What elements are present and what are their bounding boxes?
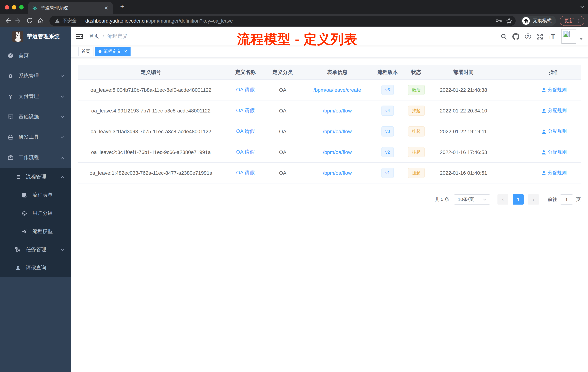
avatar[interactable]: [561, 29, 576, 44]
url-host: dashboard.yudao.iocoder.cn: [85, 18, 147, 23]
favicon-grass-icon: [32, 5, 37, 11]
back-icon[interactable]: [2, 15, 13, 26]
form-link[interactable]: /bpm/oa/flow: [323, 170, 352, 176]
close-window-button[interactable]: [5, 5, 9, 10]
new-tab-button[interactable]: +: [118, 2, 126, 11]
browser-toolbar: 不安全 | dashboard.yudao.iocoder.cn/bpm/man…: [0, 14, 588, 27]
sidebar-logo[interactable]: 芋道管理系统: [0, 27, 71, 45]
definition-name-link[interactable]: OA 请假: [236, 128, 255, 135]
chevron-down-icon: [60, 248, 64, 252]
status-tag: 挂起: [408, 168, 425, 178]
sidebar-item-home[interactable]: 首页: [0, 45, 71, 66]
chevron-up-icon: [60, 175, 64, 179]
github-icon[interactable]: [510, 27, 522, 45]
version-badge: v5: [381, 85, 394, 95]
not-secure-warning-icon: [54, 18, 60, 23]
tag-home[interactable]: 首页: [78, 47, 94, 56]
assign-rule-button[interactable]: 分配规则: [541, 149, 567, 155]
page-content: 定义编号 定义名称 定义分类 表单信息 流程版本 状态 部署时间 操作 oa_l…: [71, 58, 588, 372]
help-icon[interactable]: ?: [522, 27, 534, 45]
form-link[interactable]: /bpm/oa/flow: [323, 108, 352, 114]
sidebar-item-dev-tools[interactable]: 研发工具: [0, 127, 71, 147]
sidebar-item-user-group[interactable]: 用户分组: [0, 204, 71, 222]
avatar-dropdown-caret-icon[interactable]: [579, 38, 583, 40]
workflow-submenu: 流程管理 流程表单 用户分组: [0, 168, 71, 277]
definition-name-link[interactable]: OA 请假: [236, 170, 255, 176]
cell-definition-id: oa_leave:4:991f2193-7b7f-11ec-a3c8-acde4…: [78, 100, 224, 121]
sidebar-item-process-model[interactable]: 流程模型: [0, 222, 71, 241]
yen-icon: ¥: [7, 93, 13, 99]
definition-table: 定义编号 定义名称 定义分类 表单信息 流程版本 状态 部署时间 操作 oa_l…: [78, 65, 581, 184]
tag-close-icon[interactable]: ✕: [124, 50, 127, 54]
cell-deploy-time: 2022-01-16 17:46:53: [433, 142, 494, 162]
sidebar-item-leave-query[interactable]: 请假查询: [0, 259, 71, 277]
breadcrumb-home[interactable]: 首页: [89, 33, 99, 40]
cell-category: OA: [267, 142, 298, 162]
select-chevron-down-icon: [483, 198, 487, 201]
sidebar-item-task-management[interactable]: 任务管理: [0, 241, 71, 259]
definition-name-link[interactable]: OA 请假: [236, 149, 255, 155]
breadcrumb-current: 流程定义: [107, 33, 128, 40]
monitor-check-icon: [7, 114, 13, 120]
bookmark-star-icon[interactable]: [504, 16, 514, 26]
tag-process-definition[interactable]: 流程定义 ✕: [95, 47, 131, 56]
definition-name-link[interactable]: OA 请假: [236, 107, 255, 114]
top-navbar: 首页 / 流程定义 ? TT: [71, 27, 588, 45]
definition-name-link[interactable]: OA 请假: [236, 87, 255, 93]
browser-tabstrip: 芋道管理系统 ✕ +: [0, 0, 588, 14]
pagination: 共 5 条 10条/页 ‹ 1 › 前往 页: [78, 194, 581, 205]
assign-rule-button[interactable]: 分配规则: [541, 87, 567, 93]
forward-icon[interactable]: [13, 15, 24, 26]
update-label[interactable]: 更新: [564, 17, 574, 24]
chevron-down-icon: [60, 115, 64, 119]
cell-filler: [494, 80, 527, 100]
assign-rule-button[interactable]: 分配规则: [541, 128, 567, 135]
address-bar[interactable]: 不安全 | dashboard.yudao.iocoder.cn/bpm/man…: [50, 16, 516, 26]
sidebar-item-infrastructure[interactable]: 基础设施: [0, 107, 71, 127]
current-page-button[interactable]: 1: [513, 194, 524, 205]
next-page-button[interactable]: ›: [528, 194, 539, 205]
col-header-actions: 操作: [527, 65, 581, 79]
tab-search-icon[interactable]: [580, 5, 584, 8]
form-link[interactable]: /bpm/oa/flow: [323, 149, 352, 155]
browser-update-button[interactable]: 更新 ⋮: [560, 16, 584, 26]
tab-close-icon[interactable]: ✕: [103, 5, 110, 11]
goto-page-input[interactable]: [560, 194, 573, 205]
page-size-select[interactable]: 10条/页: [454, 194, 490, 205]
font-size-icon[interactable]: TT: [546, 27, 558, 45]
search-icon[interactable]: [498, 27, 510, 45]
table-row: oa_leave:5:004b710b-7b8a-11ec-8ef0-acde4…: [78, 80, 581, 100]
browser-menu-dots-icon[interactable]: ⋮: [576, 18, 581, 24]
goto-label: 前往: [548, 196, 557, 203]
sidebar-item-system[interactable]: 系统管理: [0, 66, 71, 86]
fullscreen-icon[interactable]: [534, 27, 546, 45]
url-separator: |: [80, 18, 82, 24]
col-header-name: 定义名称: [224, 65, 267, 79]
sidebar-item-process-management[interactable]: 流程管理: [0, 168, 71, 186]
minimize-window-button[interactable]: [12, 5, 16, 10]
sidebar-collapse-icon[interactable]: [71, 27, 89, 45]
assign-user-icon: [541, 150, 546, 154]
browser-tab[interactable]: 芋道管理系统 ✕: [28, 2, 113, 14]
prev-page-button[interactable]: ‹: [497, 194, 508, 205]
key-icon[interactable]: [494, 16, 504, 26]
sidebar-item-payment[interactable]: ¥ 支付管理: [0, 86, 71, 107]
status-tag: 挂起: [408, 147, 425, 157]
assign-rule-button[interactable]: 分配规则: [541, 170, 567, 176]
zoom-window-button[interactable]: [19, 5, 24, 10]
sidebar-item-workflow[interactable]: 工作流程: [0, 147, 71, 168]
toolbox-icon: [7, 134, 13, 140]
version-badge: v3: [381, 126, 394, 136]
pagination-total: 共 5 条: [435, 196, 450, 203]
home-icon[interactable]: [35, 15, 46, 26]
cell-category: OA: [267, 100, 298, 121]
security-chip[interactable]: 不安全: [63, 17, 77, 24]
form-link[interactable]: /bpm/oa/flow: [323, 129, 352, 134]
status-tag: 挂起: [408, 126, 425, 136]
assign-user-icon: [541, 129, 546, 134]
assign-rule-button[interactable]: 分配规则: [541, 107, 567, 114]
form-link[interactable]: /bpm/oa/leave/create: [314, 87, 361, 93]
reload-icon[interactable]: [24, 15, 35, 26]
gear-icon: [7, 73, 13, 79]
sidebar-item-process-form[interactable]: 流程表单: [0, 186, 71, 204]
